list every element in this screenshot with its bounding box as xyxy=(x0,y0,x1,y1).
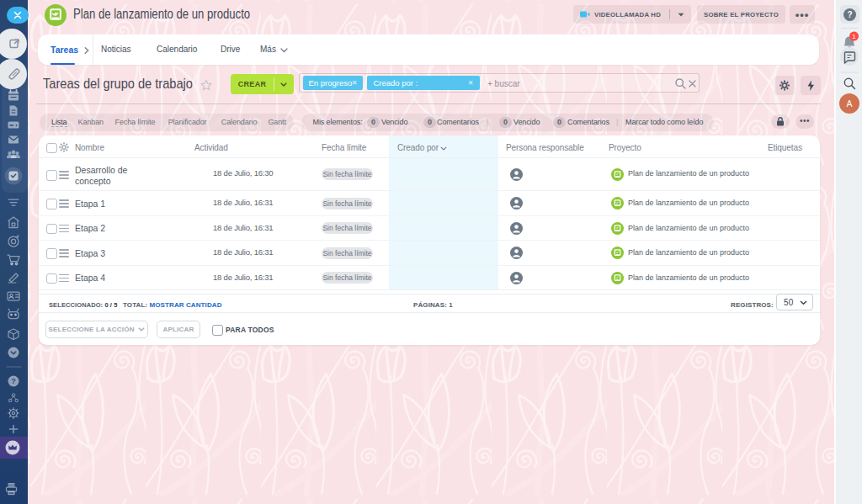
svg-text:1: 1 xyxy=(852,33,856,40)
svg-text:?: ? xyxy=(11,377,16,385)
